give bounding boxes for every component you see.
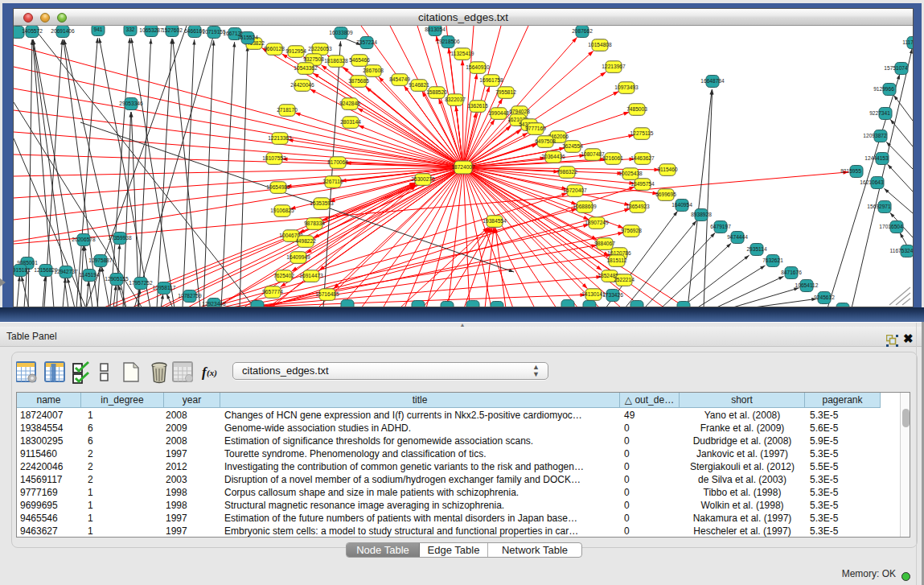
svg-text:6497508: 6497508	[535, 138, 556, 144]
svg-text:1145194: 1145194	[79, 272, 100, 278]
svg-text:2935114: 2935114	[746, 246, 767, 252]
svg-text:20206578: 20206578	[72, 237, 96, 242]
svg-text:10975887: 10975887	[88, 257, 113, 263]
svg-text:1990448: 1990448	[488, 110, 509, 116]
svg-text:332: 332	[125, 27, 134, 32]
svg-text:1527602: 1527602	[162, 27, 183, 33]
svg-text:2718170: 2718170	[277, 107, 298, 113]
svg-text:18907249: 18907249	[585, 220, 609, 225]
svg-text:18107553: 18107553	[262, 155, 286, 161]
svg-text:12444153: 12444153	[864, 155, 889, 161]
svg-text:1588520: 1588520	[426, 89, 447, 95]
svg-text:7632621: 7632621	[762, 257, 783, 263]
svg-text:8813054: 8813054	[425, 27, 446, 32]
svg-text:2522214: 2522214	[614, 277, 634, 282]
svg-text:12093872: 12093872	[863, 133, 887, 138]
svg-text:9245612: 9245612	[814, 295, 835, 300]
svg-text:10154808: 10154808	[588, 42, 612, 47]
svg-text:6479197: 6479197	[710, 224, 731, 229]
svg-text:17957252: 17957252	[129, 280, 153, 286]
svg-text:1815112: 1815112	[606, 257, 627, 263]
svg-text:10807487: 10807487	[581, 151, 605, 157]
svg-text:19384554: 19384554	[483, 218, 507, 224]
svg-text:10973493: 10973493	[614, 84, 639, 90]
svg-text:15720407: 15720407	[563, 187, 587, 193]
svg-text:6216061: 6216061	[602, 155, 623, 161]
svg-text:17016504: 17016504	[879, 224, 903, 229]
svg-text:20691406: 20691406	[51, 28, 75, 34]
svg-text:3915181: 3915181	[14, 267, 31, 273]
svg-text:16648784: 16648784	[700, 78, 725, 84]
svg-text:9657774: 9657774	[262, 289, 283, 295]
svg-text:10958117: 10958117	[153, 285, 176, 290]
svg-text:8170064: 8170064	[327, 159, 348, 165]
svg-text:10654112: 10654112	[795, 282, 819, 288]
svg-text:23226053: 23226053	[308, 46, 332, 51]
svg-text:16914473: 16914473	[299, 273, 323, 278]
svg-text:4498222: 4498222	[295, 238, 316, 244]
svg-text:11675324: 11675324	[890, 248, 913, 253]
svg-text:20364436: 20364436	[541, 154, 565, 159]
svg-text:19218506: 19218506	[436, 39, 460, 44]
svg-text:7986322: 7986322	[556, 169, 577, 175]
svg-text:10543362: 10543362	[294, 65, 318, 71]
svg-text:3624554: 3624554	[562, 143, 583, 149]
svg-text:9115460: 9115460	[657, 167, 678, 172]
svg-text:19106825: 19106825	[270, 208, 294, 213]
svg-text:19654985: 19654985	[266, 184, 290, 190]
svg-text:3267110: 3267110	[322, 179, 343, 184]
svg-text:8938928: 8938928	[691, 212, 712, 217]
svg-text:6699695: 6699695	[655, 192, 676, 197]
svg-text:12923448: 12923448	[202, 301, 226, 307]
svg-text:2867608: 2867608	[363, 68, 384, 73]
svg-text:7955812: 7955812	[495, 89, 516, 95]
svg-text:9884067: 9884067	[594, 241, 615, 246]
svg-text:5465466: 5465466	[349, 57, 370, 63]
svg-text:15640910: 15640910	[466, 64, 490, 70]
svg-text:12213967: 12213967	[602, 64, 626, 69]
svg-text:16210643: 16210643	[860, 179, 884, 185]
svg-text:13495754: 13495754	[630, 181, 655, 187]
svg-text:12213363: 12213363	[268, 135, 292, 141]
svg-text:8322037: 8322037	[445, 97, 466, 102]
svg-text:9878334: 9878334	[304, 220, 325, 226]
svg-text:10025438: 10025438	[618, 171, 643, 176]
svg-text:1640954: 1640954	[671, 202, 692, 208]
svg-text:1362615: 1362615	[467, 103, 488, 109]
svg-text:1117: 1117	[902, 39, 913, 45]
svg-text:29053346: 29053346	[119, 101, 143, 106]
svg-text:11325419: 11325419	[451, 51, 474, 56]
svg-text:9227341: 9227341	[869, 110, 890, 116]
svg-text:7485003: 7485003	[626, 106, 647, 112]
svg-text:9242848: 9242848	[339, 101, 360, 106]
svg-text:17359938: 17359938	[108, 235, 132, 241]
svg-text:941: 941	[93, 27, 102, 32]
svg-text:13654923: 13654923	[626, 204, 650, 209]
svg-text:2803144: 2803144	[340, 119, 361, 125]
svg-text:7515524: 7515524	[237, 35, 258, 40]
svg-text:24420046: 24420046	[290, 82, 314, 88]
svg-text:10782759: 10782759	[178, 293, 202, 299]
svg-text:16409949: 16409949	[286, 254, 310, 260]
svg-text:1405572: 1405572	[22, 28, 43, 34]
svg-text:12905135: 12905135	[105, 276, 129, 282]
svg-text:15692971: 15692971	[867, 204, 891, 209]
svg-text:2087662: 2087662	[572, 28, 593, 34]
svg-text:9777169: 9777169	[525, 126, 546, 131]
svg-text:15751074: 15751074	[884, 65, 908, 71]
svg-text:10688609: 10688609	[573, 204, 597, 209]
svg-text:1733426: 1733426	[602, 292, 623, 298]
svg-text:7625402: 7625402	[273, 273, 294, 278]
svg-text:9660128: 9660128	[264, 46, 285, 51]
svg-text:25300275: 25300275	[411, 176, 435, 182]
svg-text:16961758: 16961758	[479, 77, 503, 83]
svg-text:8471676: 8471676	[781, 270, 802, 275]
svg-text:8454749: 8454749	[389, 76, 410, 82]
svg-text:6794028: 6794028	[509, 109, 530, 114]
svg-text:18186328: 18186328	[324, 58, 348, 64]
svg-text:12275115: 12275115	[630, 130, 654, 136]
svg-text:9912954: 9912954	[285, 48, 306, 54]
svg-text:(x): (x)	[207, 368, 217, 378]
svg-text:16033809: 16033809	[329, 30, 353, 35]
svg-text:7357224: 7357224	[356, 39, 377, 45]
